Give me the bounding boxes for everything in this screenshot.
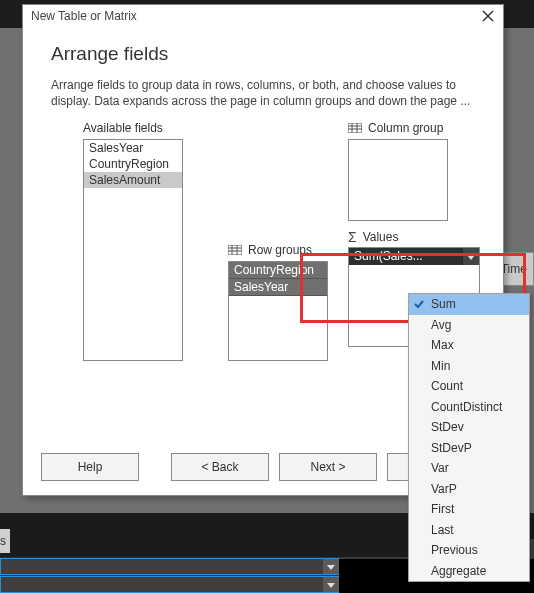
svg-marker-5	[327, 565, 335, 570]
row-groups-strip	[0, 557, 340, 593]
svg-marker-6	[327, 583, 335, 588]
truncated-panel-s: s	[0, 529, 10, 553]
page-heading: Arrange fields	[51, 43, 503, 65]
row-groups-text: Row groups	[248, 243, 312, 257]
aggregate-menu-item-label: Min	[431, 359, 450, 373]
table-icon	[228, 245, 242, 255]
aggregate-menu-item-label: Previous	[431, 543, 478, 557]
available-fields-listbox[interactable]: SalesYearCountryRegionSalesAmount	[83, 139, 183, 361]
column-groups-listbox[interactable]	[348, 139, 448, 221]
next-button[interactable]: Next >	[279, 453, 377, 481]
aggregate-menu-item[interactable]: Min	[409, 356, 529, 377]
aggregate-menu-item[interactable]: Max	[409, 335, 529, 356]
aggregate-menu-item[interactable]: StDev	[409, 417, 529, 438]
aggregate-menu-item[interactable]: Previous	[409, 540, 529, 561]
aggregate-menu-item-label: Last	[431, 523, 454, 537]
column-groups-label: Column group	[348, 121, 443, 135]
available-fields-text: Available fields	[83, 121, 163, 135]
row-group-item[interactable]: SalesYear	[229, 279, 327, 296]
svg-marker-19	[467, 255, 475, 260]
aggregate-menu-item[interactable]: VarP	[409, 479, 529, 500]
page-description: Arrange fields to group data in rows, co…	[51, 77, 475, 109]
available-field-item[interactable]: SalesAmount	[84, 172, 182, 188]
aggregate-menu-item-label: StDev	[431, 420, 464, 434]
aggregate-menu-item[interactable]: CountDistinct	[409, 397, 529, 418]
aggregate-menu-item-label: Aggregate	[431, 564, 486, 578]
aggregate-menu-item-label: First	[431, 502, 454, 516]
aggregate-menu[interactable]: SumAvgMaxMinCountCountDistinctStDevStDev…	[408, 293, 530, 582]
row-groups-label: Row groups	[228, 243, 312, 257]
back-button[interactable]: < Back	[171, 453, 269, 481]
value-item-text: Sum(Sales...	[349, 248, 462, 265]
aggregate-menu-item-label: StDevP	[431, 441, 472, 455]
available-fields-label: Available fields	[83, 121, 163, 135]
aggregate-menu-item-label: CountDistinct	[431, 400, 502, 414]
aggregate-menu-item[interactable]: Last	[409, 520, 529, 541]
aggregate-menu-item[interactable]: StDevP	[409, 438, 529, 459]
available-field-item[interactable]: SalesYear	[84, 140, 182, 156]
table-icon	[348, 123, 362, 133]
help-button[interactable]: Help	[41, 453, 139, 481]
sigma-icon: Σ	[348, 229, 357, 245]
aggregate-menu-item-label: VarP	[431, 482, 457, 496]
dialog-titlebar: New Table or Matrix	[23, 5, 503, 27]
row-group-dropdown[interactable]	[323, 577, 339, 592]
svg-rect-14	[228, 245, 242, 255]
row-group-item[interactable]: CountryRegion	[229, 262, 327, 279]
aggregate-menu-item[interactable]: Count	[409, 376, 529, 397]
aggregate-menu-item[interactable]: Aggregate	[409, 561, 529, 582]
dialog-title-text: New Table or Matrix	[31, 9, 137, 23]
aggregate-menu-item[interactable]: Var	[409, 458, 529, 479]
check-icon	[413, 298, 425, 310]
aggregate-menu-item-label: Avg	[431, 318, 451, 332]
aggregate-menu-item-label: Count	[431, 379, 463, 393]
values-text: Values	[363, 230, 399, 244]
aggregate-menu-item[interactable]: First	[409, 499, 529, 520]
aggregate-menu-item[interactable]: Sum	[409, 294, 529, 315]
row-group-bar[interactable]	[0, 558, 340, 575]
column-groups-text: Column group	[368, 121, 443, 135]
svg-rect-9	[348, 123, 362, 133]
available-field-item[interactable]: CountryRegion	[84, 156, 182, 172]
row-groups-listbox[interactable]: CountryRegionSalesYear	[228, 261, 328, 361]
value-item[interactable]: Sum(Sales...	[349, 248, 479, 265]
aggregate-menu-item-label: Sum	[431, 297, 456, 311]
aggregate-menu-item-label: Max	[431, 338, 454, 352]
row-group-bar[interactable]	[0, 576, 340, 593]
aggregate-menu-item[interactable]: Avg	[409, 315, 529, 336]
close-icon[interactable]	[481, 9, 495, 23]
aggregate-menu-item-label: Var	[431, 461, 449, 475]
value-aggregate-dropdown[interactable]	[462, 248, 479, 265]
row-group-dropdown[interactable]	[323, 559, 339, 574]
values-label: Σ Values	[348, 229, 398, 245]
